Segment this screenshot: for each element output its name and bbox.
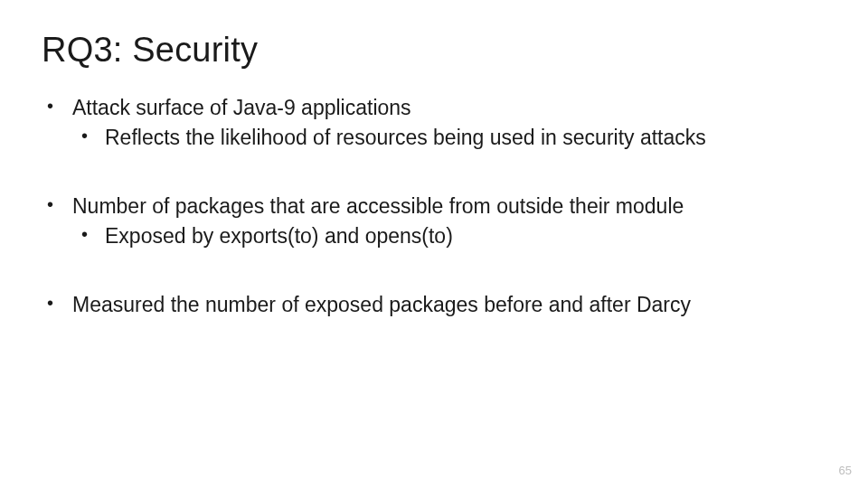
list-item: Number of packages that are accessible f… — [42, 193, 826, 250]
bullet-list: Attack surface of Java-9 applications Re… — [42, 95, 826, 318]
bullet-text: Number of packages that are accessible f… — [72, 194, 684, 218]
page-number: 65 — [839, 464, 852, 477]
slide-title: RQ3: Security — [42, 31, 826, 70]
list-item: Measured the number of exposed packages … — [42, 292, 826, 318]
slide-body: Attack surface of Java-9 applications Re… — [42, 95, 826, 318]
list-item: Attack surface of Java-9 applications Re… — [42, 95, 826, 152]
slide: RQ3: Security Attack surface of Java-9 a… — [0, 0, 868, 488]
list-item: Exposed by exports(to) and opens(to) — [72, 223, 826, 249]
bullet-text: Measured the number of exposed packages … — [72, 293, 691, 316]
bullet-text: Attack surface of Java-9 applications — [72, 96, 411, 119]
list-item: Reflects the likelihood of resources bei… — [72, 125, 826, 151]
bullet-text: Exposed by exports(to) and opens(to) — [105, 224, 453, 248]
sub-list: Reflects the likelihood of resources bei… — [72, 125, 826, 151]
bullet-text: Reflects the likelihood of resources bei… — [105, 126, 706, 149]
sub-list: Exposed by exports(to) and opens(to) — [72, 223, 826, 249]
